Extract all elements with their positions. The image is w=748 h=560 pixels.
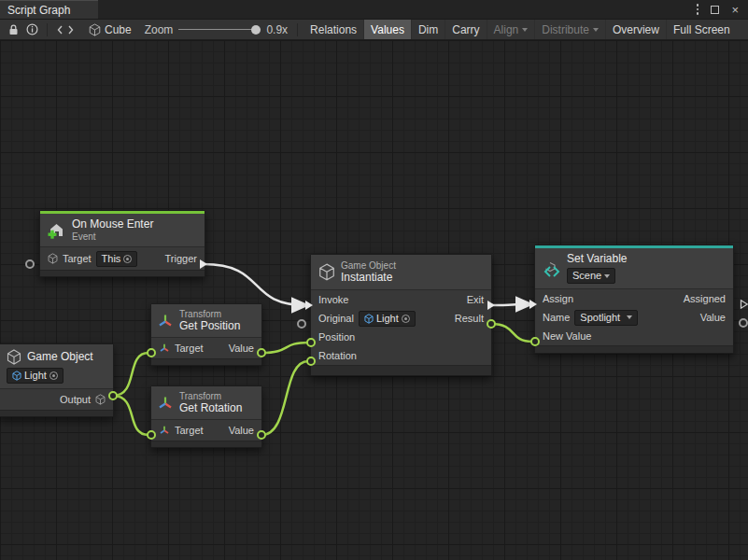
window-menu-icon[interactable] [697, 4, 699, 15]
node-set-variable[interactable]: Set Variable Scene Assign Assigned Name … [534, 245, 734, 354]
graph-toolbar: Cube Zoom 0.9x Relations Values Dim Carr… [0, 20, 748, 40]
node-subtitle: Event [72, 231, 153, 242]
target-port-label: Target [175, 343, 204, 354]
object-picker-icon[interactable] [402, 315, 410, 323]
target-input-port[interactable] [147, 348, 156, 357]
rotation-port-label: Rotation [318, 350, 357, 361]
chevron-down-icon [627, 315, 632, 319]
value-output-port[interactable] [739, 318, 748, 328]
game-object-cube-icon [364, 314, 374, 324]
node-instantiate[interactable]: Game Object Instantiate Invoke Exit Orig… [310, 254, 492, 376]
result-output-port[interactable] [487, 319, 496, 329]
object-picker-icon[interactable] [123, 255, 132, 263]
target-input-port[interactable] [147, 430, 156, 440]
relations-button[interactable]: Relations [303, 20, 363, 39]
transform-icon [159, 425, 170, 436]
node-get-position[interactable]: Transform Get Position Target Value [150, 303, 262, 366]
node-category: Game Object [341, 260, 396, 271]
cube-icon [7, 349, 21, 365]
target-port-label: Target [63, 253, 92, 264]
assigned-output-port[interactable] [740, 299, 748, 310]
window-tab-strip: Script Graph × [0, 0, 748, 20]
node-title: Game Object [27, 351, 93, 363]
assigned-port-label: Assigned [684, 293, 726, 304]
zoom-slider-handle[interactable] [251, 25, 261, 35]
zoom-control: Zoom 0.9x [145, 23, 288, 36]
value-port-label: Value [229, 343, 254, 354]
result-port-label: Result [455, 313, 484, 324]
target-port-label: Target [175, 425, 204, 436]
value-output-port[interactable] [257, 430, 266, 440]
node-title: Instantiate [341, 272, 396, 284]
lock-icon[interactable] [4, 20, 22, 39]
dim-button[interactable]: Dim [411, 20, 445, 39]
cube-icon [95, 394, 106, 405]
variable-name-dropdown[interactable]: Spotlight [574, 310, 638, 326]
rotation-input-port[interactable] [306, 357, 316, 366]
cube-icon [89, 23, 101, 36]
target-input-port[interactable] [25, 259, 35, 269]
zoom-slider[interactable] [178, 25, 261, 35]
target-value-chip[interactable]: This [96, 251, 138, 267]
node-category: Transform [179, 309, 240, 319]
variable-icon [543, 259, 561, 278]
original-value-chip[interactable]: Light [359, 311, 416, 327]
node-light-object[interactable]: Game Object Light Output [0, 343, 114, 417]
original-input-port[interactable] [297, 319, 306, 329]
game-object-cube-icon [12, 371, 21, 381]
cube-icon [48, 253, 58, 264]
align-dropdown[interactable]: Align [487, 20, 535, 39]
name-port-label: Name [543, 312, 570, 323]
graph-breadcrumb[interactable]: Cube [89, 23, 132, 36]
values-button[interactable]: Values [363, 20, 411, 39]
transform-icon [159, 343, 170, 354]
chevron-down-icon [604, 274, 610, 278]
node-get-rotation[interactable]: Transform Get Rotation Target Value [150, 385, 262, 448]
invoke-input-port[interactable] [304, 300, 314, 311]
node-on-mouse-enter[interactable]: On Mouse Enter Event Target This Trigger [39, 210, 205, 277]
chevron-down-icon [593, 28, 599, 32]
cube-icon [318, 263, 335, 281]
distribute-dropdown[interactable]: Distribute [534, 20, 605, 39]
node-title: Get Rotation [179, 402, 242, 414]
light-value-chip[interactable]: Light [7, 368, 64, 384]
code-view-icon[interactable] [53, 20, 78, 39]
transform-icon [157, 313, 174, 329]
transform-icon [157, 395, 174, 412]
close-icon[interactable]: × [731, 4, 739, 16]
mouse-enter-event-icon [46, 220, 66, 241]
trigger-port-label: Trigger [165, 253, 197, 264]
chevron-down-icon [522, 28, 528, 32]
position-input-port[interactable] [306, 338, 316, 347]
node-title: Set Variable [567, 253, 627, 265]
position-port-label: Position [318, 331, 355, 343]
overview-button[interactable]: Overview [605, 20, 666, 39]
carry-button[interactable]: Carry [445, 20, 486, 39]
assign-port-label: Assign [543, 293, 573, 304]
maximize-icon[interactable] [711, 6, 719, 14]
tab-script-graph[interactable]: Script Graph [0, 0, 98, 19]
value-port-label: Value [700, 312, 726, 323]
object-picker-icon[interactable] [49, 371, 58, 380]
graph-canvas[interactable]: On Mouse Enter Event Target This Trigger [0, 40, 748, 560]
graph-name-label: Cube [105, 23, 132, 36]
value-output-port[interactable] [257, 348, 266, 357]
new-value-input-port[interactable] [530, 337, 540, 346]
zoom-label: Zoom [145, 23, 174, 36]
assign-input-port[interactable] [529, 299, 538, 310]
output-port-label: Output [60, 394, 91, 405]
invoke-port-label: Invoke [318, 294, 348, 305]
new-value-port-label: New Value [543, 330, 591, 342]
fullscreen-button[interactable]: Full Screen [666, 20, 737, 39]
exit-output-port[interactable] [487, 300, 496, 311]
variable-scope-dropdown[interactable]: Scene [567, 268, 615, 284]
window-controls: × [697, 0, 748, 19]
output-port[interactable] [108, 391, 118, 400]
tab-title: Script Graph [7, 4, 70, 17]
info-icon[interactable] [22, 20, 41, 39]
node-title: Get Position [179, 320, 240, 332]
exit-port-label: Exit [467, 294, 484, 305]
zoom-value: 0.9x [266, 23, 288, 36]
node-title: On Mouse Enter [72, 218, 153, 231]
trigger-output-port[interactable] [199, 259, 208, 270]
